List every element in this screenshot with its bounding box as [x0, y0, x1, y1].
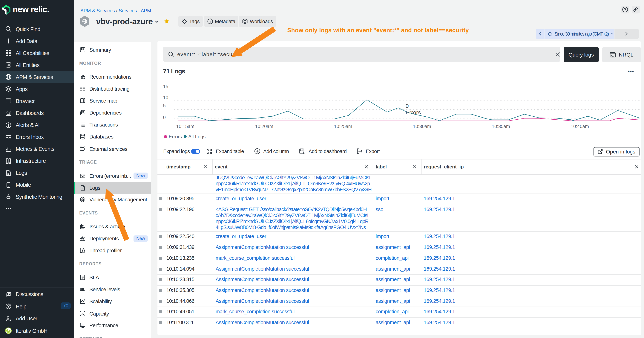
svg-text:10:15am: 10:15am	[176, 124, 194, 129]
svg-text:10:40am: 10:40am	[571, 124, 589, 129]
svg-text:10:25am: 10:25am	[334, 124, 352, 129]
svg-text:10:35am: 10:35am	[492, 124, 510, 129]
svg-text:15: 15	[163, 84, 168, 89]
svg-text:All Logs: All Logs	[188, 134, 206, 139]
svg-text:0: 0	[163, 115, 166, 120]
svg-text:0: 0	[406, 103, 409, 109]
svg-text:Errors: Errors	[169, 134, 182, 139]
svg-text:Errors: Errors	[406, 109, 421, 115]
svg-text:new relic.: new relic.	[13, 5, 49, 14]
svg-text:10:20am: 10:20am	[255, 124, 273, 129]
svg-text:10: 10	[163, 95, 168, 100]
svg-text:5: 5	[163, 103, 166, 108]
svg-text:10:30am: 10:30am	[413, 124, 431, 129]
